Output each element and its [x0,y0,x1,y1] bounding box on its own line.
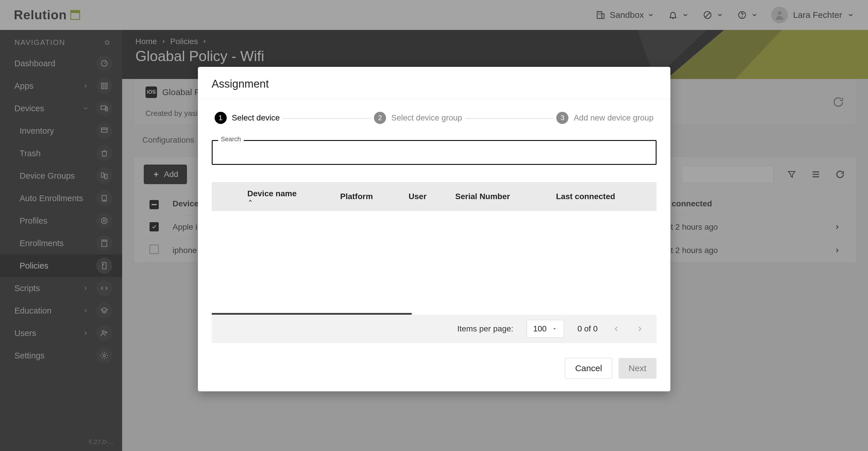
modal-table: Device name Platform User Serial Number … [212,182,656,315]
col-last-connected[interactable]: Last connected [549,182,656,211]
step-select-device[interactable]: 1 Select device [212,112,283,124]
search-input[interactable] [212,140,656,165]
modal-actions: Cancel Next [198,351,670,391]
caret-down-icon [552,326,557,332]
next-page-button[interactable] [634,324,645,334]
step-select-device-group[interactable]: 2 Select device group [371,112,465,124]
cancel-button[interactable]: Cancel [565,358,612,379]
sort-up-icon [247,198,253,204]
modal-stepper: 1 Select device 2 Select device group 3 … [212,112,656,124]
search-label: Search [218,136,244,143]
items-per-page-select[interactable]: 100 [527,320,564,338]
col-device-name[interactable]: Device name [241,182,333,211]
step-add-new-device-group[interactable]: 3 Add new device group [553,112,656,124]
page-range: 0 of 0 [577,324,597,333]
col-user[interactable]: User [402,182,448,211]
modal-paginator: Items per page: 100 0 of 0 [212,315,656,343]
items-per-page-label: Items per page: [457,324,514,333]
col-platform[interactable]: Platform [333,182,402,211]
search-field: Search [212,140,656,165]
prev-page-button[interactable] [611,324,621,334]
modal-title: Assignment [198,67,670,99]
next-button[interactable]: Next [619,358,656,379]
col-serial[interactable]: Serial Number [448,182,549,211]
assignment-modal: Assignment 1 Select device 2 Select devi… [198,67,670,391]
